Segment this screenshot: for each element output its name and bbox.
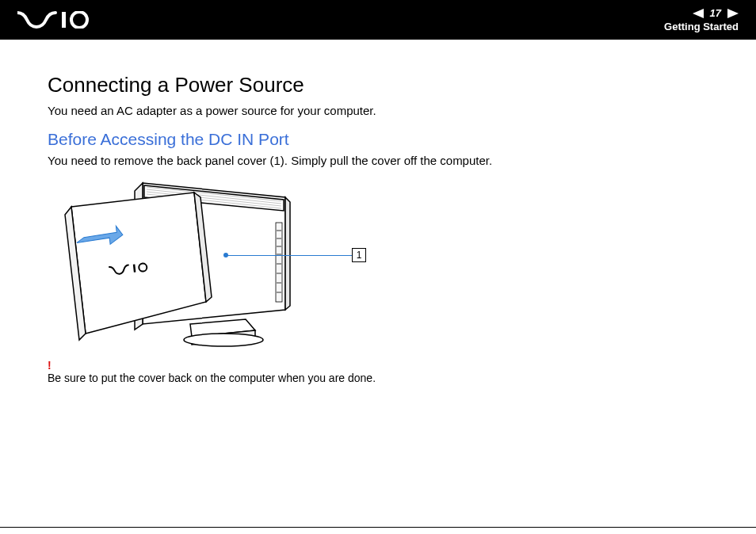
page-content: Connecting a Power Source You need an AC… [0,40,756,400]
intro-text: You need an AC adapter as a power source… [48,104,708,117]
warning-icon: ! [48,359,708,372]
svg-marker-2 [693,9,704,18]
callout-line [226,255,352,256]
svg-rect-8 [276,223,282,302]
page-header: 17 Getting Started [0,0,756,40]
section-label: Getting Started [664,21,739,32]
warning-block: ! Be sure to put the cover back on the c… [48,359,708,384]
prev-page-arrow-icon[interactable] [693,9,704,18]
section-heading: Before Accessing the DC IN Port [48,130,708,149]
illustration: 1 [48,175,365,349]
warning-text: Be sure to put the cover back on the com… [48,372,708,384]
section-description: You need to remove the back panel cover … [48,154,708,167]
callout-label: 1 [352,248,366,262]
next-page-arrow-icon[interactable] [727,9,739,18]
computer-illustration [48,175,301,349]
svg-marker-3 [727,9,739,18]
page-number: 17 [710,7,721,19]
page-title: Connecting a Power Source [48,73,708,97]
footer-divider [0,527,756,528]
svg-rect-0 [62,12,66,28]
svg-point-17 [184,334,263,346]
svg-point-1 [71,12,87,28]
vaio-logo [17,11,97,29]
page-navigation: 17 Getting Started [664,7,739,32]
